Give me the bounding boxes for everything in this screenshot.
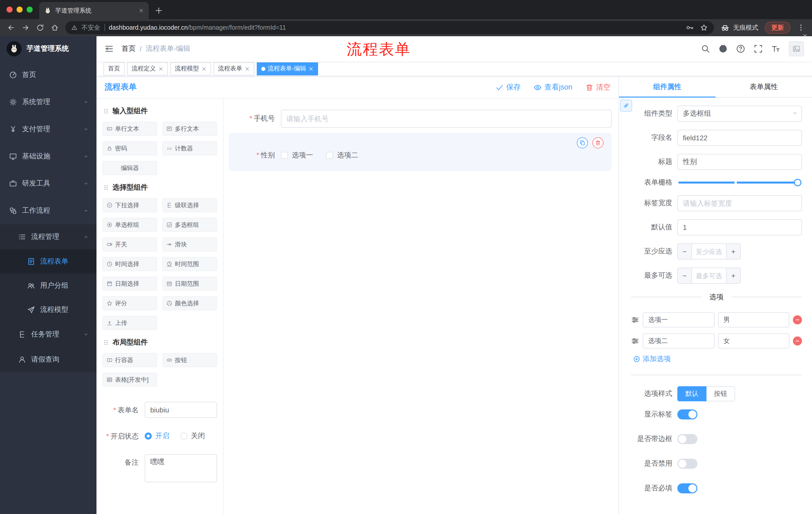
delete-field-button[interactable] xyxy=(592,137,604,148)
slider-handle[interactable] xyxy=(794,179,802,186)
palette-item-password[interactable]: 密码 xyxy=(103,141,157,155)
min-select-input[interactable] xyxy=(692,244,726,259)
sidebar-item-infrastructure[interactable]: 基础设施 xyxy=(0,143,96,170)
component-type-value[interactable] xyxy=(677,106,802,122)
style-default-button[interactable]: 默认 xyxy=(677,386,706,401)
style-button-button[interactable]: 按钮 xyxy=(706,386,735,401)
address-bar[interactable]: 不安全 dashboard.yudao.iocoder.cn/bpm/manag… xyxy=(65,21,714,34)
option-label-input[interactable] xyxy=(643,312,714,327)
remove-option-button[interactable] xyxy=(793,315,802,324)
browser-menu-kebab-icon[interactable] xyxy=(797,24,805,32)
palette-item-color[interactable]: 颜色选择 xyxy=(162,296,217,310)
palette-item-rate[interactable]: 评分 xyxy=(103,296,157,310)
remove-option-button[interactable] xyxy=(793,336,802,346)
title-input[interactable] xyxy=(677,154,802,170)
decrease-button[interactable]: − xyxy=(678,268,692,283)
back-icon[interactable] xyxy=(7,24,15,32)
palette-item-select[interactable]: 下拉选择 xyxy=(103,198,157,212)
grid-slider[interactable] xyxy=(678,182,798,184)
tag-close-icon[interactable] xyxy=(158,66,163,71)
sidebar-item-home[interactable]: 首页 xyxy=(0,61,96,88)
tag-process-definition[interactable]: 流程定义 xyxy=(127,62,168,75)
phone-input[interactable] xyxy=(281,110,611,128)
form-remark-textarea[interactable]: 嘿嘿 xyxy=(145,454,217,482)
copy-field-button[interactable] xyxy=(577,137,588,148)
clear-button[interactable]: 清空 xyxy=(585,82,610,92)
help-icon[interactable] xyxy=(736,44,745,53)
sidebar-item-user-group[interactable]: 用户分组 xyxy=(0,274,96,298)
disabled-switch[interactable] xyxy=(677,459,697,469)
form-name-input[interactable] xyxy=(145,402,217,418)
window-close-button[interactable] xyxy=(6,6,12,12)
sidebar-item-leave-query[interactable]: 请假查询 xyxy=(0,347,96,372)
palette-item-time[interactable]: 时间选择 xyxy=(103,257,157,271)
window-minimize-button[interactable] xyxy=(17,6,23,12)
palette-item-slider[interactable]: 滑块 xyxy=(162,237,217,251)
sidebar-item-system[interactable]: 系统管理 xyxy=(0,88,96,116)
palette-item-checkbox-group[interactable]: 多选框组 xyxy=(162,218,217,232)
palette-item-upload[interactable]: 上传 xyxy=(103,316,157,330)
label-width-input[interactable] xyxy=(677,195,802,211)
palette-item-radio-group[interactable]: 单选框组 xyxy=(103,218,157,232)
gender-option-1[interactable]: 选项一 xyxy=(281,151,313,160)
field-name-input[interactable] xyxy=(677,130,802,146)
tag-home[interactable]: 首页 xyxy=(104,62,125,75)
home-icon[interactable] xyxy=(51,24,59,32)
sidebar-item-process-model[interactable]: 流程模型 xyxy=(0,298,96,322)
tag-process-form[interactable]: 流程表单 xyxy=(213,62,254,75)
default-value-input[interactable] xyxy=(677,219,802,235)
palette-item-time-range[interactable]: 时间范围 xyxy=(162,257,217,271)
sidebar-item-process-form[interactable]: 流程表单 xyxy=(0,249,96,274)
status-radio-off[interactable]: 关闭 xyxy=(180,432,205,440)
increase-button[interactable]: + xyxy=(726,244,740,259)
tag-process-form-edit[interactable]: 流程表单-编辑 xyxy=(257,62,318,75)
gender-option-2[interactable]: 选项二 xyxy=(326,151,358,160)
tag-close-icon[interactable] xyxy=(309,66,314,71)
increase-button[interactable]: + xyxy=(726,268,740,283)
sidebar-item-process-management[interactable]: 流程管理 xyxy=(0,224,96,249)
component-type-select[interactable] xyxy=(677,106,802,122)
security-warning-icon[interactable] xyxy=(71,25,77,31)
palette-item-cascader[interactable]: 级联选择 xyxy=(162,198,217,212)
palette-item-counter[interactable]: 123计数器 xyxy=(162,141,217,155)
forward-icon[interactable] xyxy=(22,24,30,32)
palette-item-table[interactable]: 表格[开发中] xyxy=(103,373,157,387)
sidebar-toggle-icon[interactable] xyxy=(105,44,114,53)
tab-form-props[interactable]: 表单属性 xyxy=(716,77,812,97)
reload-icon[interactable] xyxy=(36,24,44,32)
view-json-button[interactable]: 查看json xyxy=(534,82,572,92)
option-drag-icon[interactable] xyxy=(631,316,639,324)
palette-item-date-range[interactable]: 日期范围 xyxy=(162,277,217,291)
save-button[interactable]: 保存 xyxy=(496,82,521,92)
palette-item-button[interactable]: 按钮 xyxy=(162,353,217,367)
browser-tab[interactable]: 芋道管理系统 xyxy=(39,2,149,19)
add-option-button[interactable]: 添加选项 xyxy=(633,355,802,363)
border-switch[interactable] xyxy=(677,434,697,444)
new-tab-button[interactable] xyxy=(155,6,163,15)
palette-item-date[interactable]: 日期选择 xyxy=(103,277,157,291)
sidebar-item-payment[interactable]: 支付管理 xyxy=(0,116,96,143)
palette-item-row-container[interactable]: 行容器 xyxy=(103,353,157,367)
required-switch[interactable] xyxy=(677,483,697,493)
github-icon[interactable] xyxy=(719,44,728,53)
decrease-button[interactable]: − xyxy=(678,244,692,259)
font-size-icon[interactable] xyxy=(771,44,780,53)
show-label-switch[interactable] xyxy=(677,409,697,420)
tag-process-model[interactable]: 流程模型 xyxy=(170,62,211,75)
palette-item-multi-text[interactable]: 多行文本 xyxy=(162,122,217,136)
palette-item-switch[interactable]: 开关 xyxy=(103,237,157,251)
window-zoom-button[interactable] xyxy=(27,6,33,12)
breadcrumb-home[interactable]: 首页 xyxy=(122,44,136,53)
search-icon[interactable] xyxy=(701,44,710,53)
option-drag-icon[interactable] xyxy=(631,337,639,345)
bookmark-star-icon[interactable] xyxy=(700,24,708,32)
status-radio-on[interactable]: 开启 xyxy=(145,432,169,440)
tab-close-icon[interactable] xyxy=(139,8,144,13)
fullscreen-icon[interactable] xyxy=(754,44,763,53)
link-button[interactable] xyxy=(620,100,632,112)
palette-item-single-text[interactable]: 单行文本 xyxy=(103,122,157,136)
palette-item-editor[interactable]: 编辑器 xyxy=(103,161,157,175)
browser-update-button[interactable]: 更新 xyxy=(765,22,790,34)
option-label-input[interactable] xyxy=(643,333,714,349)
max-select-input[interactable] xyxy=(692,268,726,283)
